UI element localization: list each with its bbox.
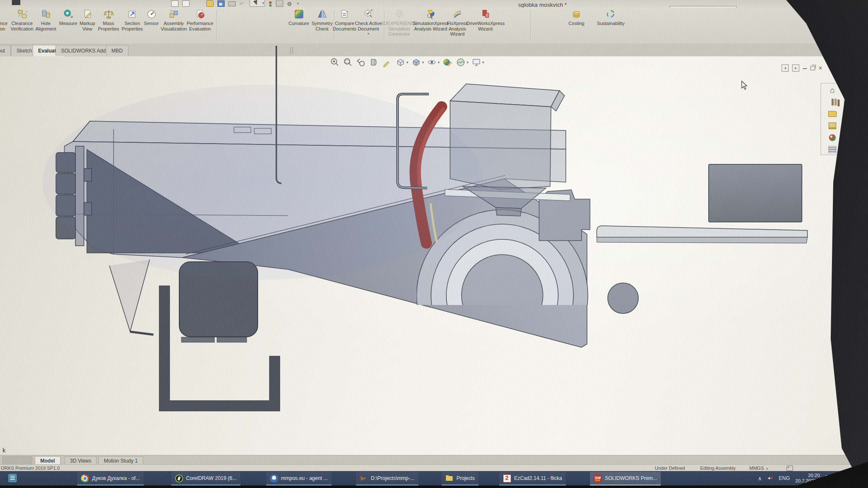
- clock-time: 20:20: [808, 473, 820, 478]
- save-icon[interactable]: [217, 0, 225, 7]
- hidden-icons-chevron[interactable]: ∧: [758, 475, 762, 482]
- keyboard-language[interactable]: ENG: [779, 475, 790, 481]
- folder-icon: [445, 474, 453, 482]
- ezcad-icon: 2: [503, 474, 511, 482]
- chrome-icon: [81, 474, 89, 482]
- zoom-to-fit-icon[interactable]: [330, 57, 340, 67]
- tool-driveworksxpress[interactable]: DriveWorksXpressWizard: [466, 8, 504, 31]
- display-style-icon[interactable]: ▾: [411, 57, 424, 67]
- dynamic-annotation-icon[interactable]: [382, 57, 392, 67]
- custom-properties-icon[interactable]: [827, 144, 838, 155]
- undo-icon[interactable]: ↶: [239, 1, 246, 7]
- assembly-visualization-icon: [168, 8, 180, 20]
- select-cursor-icon[interactable]: ▾: [250, 0, 265, 7]
- rebuild-traffic-light-icon[interactable]: [269, 1, 272, 7]
- doc-restore-icon[interactable]: [810, 66, 815, 70]
- forward-icon[interactable]: ▸: [792, 64, 799, 72]
- floxpress-icon: [452, 8, 463, 20]
- falcon-icon: [360, 474, 368, 482]
- tab-3d-views[interactable]: 3D Views: [64, 456, 97, 465]
- section-view-icon[interactable]: [369, 57, 379, 67]
- 3dexperience-icon: [394, 8, 405, 20]
- edit-appearance-icon[interactable]: [442, 57, 453, 67]
- muted-speaker-icon[interactable]: ×: [768, 476, 773, 481]
- stray-text: k: [3, 447, 6, 454]
- solidworks-icon: SW2019: [594, 474, 602, 482]
- document-title: sglobka moskvich *: [487, 2, 598, 8]
- clearance-verification-icon: [17, 8, 28, 20]
- new-document-icon[interactable]: [171, 0, 178, 7]
- app-version-text: ORKS Premium 2019 SP1.0: [1, 466, 60, 471]
- units-dropdown-icon[interactable]: ▴: [766, 466, 768, 470]
- tab-mbd[interactable]: MBD: [106, 45, 128, 56]
- sustainability-icon: [605, 8, 617, 20]
- view-settings-icon[interactable]: ▾: [471, 57, 484, 67]
- mass-properties-icon: [103, 8, 114, 20]
- costing-icon: [571, 8, 582, 20]
- pinned-app-icon[interactable]: [8, 474, 17, 482]
- back-icon[interactable]: ◂: [782, 64, 789, 72]
- status-bar: ORKS Premium 2019 SP1.0 Under Defined Ed…: [0, 464, 868, 471]
- appearances-icon[interactable]: [827, 133, 838, 143]
- print-icon[interactable]: [228, 1, 236, 6]
- tool-performance-evaluation[interactable]: PerformanceEvaluation: [181, 8, 219, 31]
- taskbar-app-ezcad[interactable]: 2 EzCad2.14.11 - flicka: [499, 472, 566, 485]
- taskbar-app-coreldraw[interactable]: CorelDRAW 2019 (6...: [171, 472, 240, 485]
- driveworksxpress-icon: [480, 8, 491, 20]
- heads-up-view-toolbar: ▾ ▾ ▾ ▾ ▾: [330, 55, 484, 69]
- tab-layout-cut[interactable]: out: [0, 45, 11, 56]
- ribbon-separator: [217, 10, 217, 41]
- performance-evaluation-icon: [195, 8, 206, 20]
- windows-taskbar: Дуков Духалка - of... CorelDRAW 2019 (6.…: [0, 471, 868, 485]
- taskbar-app-chrome[interactable]: Дуков Духалка - of...: [77, 472, 144, 485]
- ribbon-separator: [531, 10, 531, 41]
- mmpos-icon: [270, 474, 278, 482]
- tool-sustainability[interactable]: Sustainability: [592, 8, 630, 26]
- simulationxpress-icon: [425, 8, 437, 20]
- command-manager-ribbon: nceon ClearanceVerification HoleAlignmen…: [0, 8, 868, 44]
- zoom-to-area-icon[interactable]: [343, 57, 353, 67]
- graphics-viewport[interactable]: [0, 56, 868, 455]
- coreldraw-icon: [175, 474, 183, 482]
- new-assembly-icon[interactable]: [182, 0, 189, 7]
- editing-mode: Editing Assembly: [700, 466, 736, 471]
- settings-gear-icon[interactable]: ⚙: [287, 1, 293, 7]
- taskbar-app-solidworks[interactable]: SW2019 SOLIDWORKS Prem...: [590, 472, 661, 485]
- check-active-document-icon: *: [363, 8, 374, 20]
- title-bar: ↶ ▾ ⚙ ▾ sglobka moskvich *: [0, 0, 868, 8]
- tool-costing[interactable]: Costing: [557, 8, 595, 26]
- constraint-state: Under Defined: [655, 466, 685, 471]
- mouse-cursor: [741, 80, 748, 91]
- options-list-icon[interactable]: [276, 0, 283, 7]
- file-explorer-icon[interactable]: [827, 109, 838, 119]
- taskbar-app-projects-path[interactable]: D:\Projects\mmp-...: [356, 472, 418, 485]
- tab-model[interactable]: Model: [35, 456, 61, 465]
- settings-dropdown-icon[interactable]: ▾: [297, 1, 299, 7]
- doc-minimize-icon[interactable]: [803, 67, 807, 69]
- monitor-screen: ↶ ▾ ⚙ ▾ sglobka moskvich * » ▾ ? ▾ × nce…: [0, 0, 868, 488]
- doc-close-icon[interactable]: ×: [818, 66, 822, 71]
- home-icon[interactable]: ⌂: [827, 85, 838, 95]
- open-icon[interactable]: [206, 0, 214, 7]
- document-window-controls: ◂ ▸ ×: [782, 64, 822, 72]
- tab-spacer: [3, 456, 32, 465]
- compare-documents-icon: ?: [339, 8, 351, 20]
- units-selector[interactable]: MMGS: [749, 466, 764, 471]
- tab-motion-study-1[interactable]: Motion Study 1: [98, 456, 143, 465]
- svg-text:?: ?: [346, 10, 348, 14]
- view-orientation-icon[interactable]: ▾: [395, 57, 408, 67]
- quick-access-toolbar: ↶ ▾ ⚙ ▾: [171, 0, 299, 7]
- taskbar-app-projects-folder[interactable]: Projects: [442, 472, 479, 485]
- apply-scene-icon[interactable]: ▾: [456, 57, 468, 67]
- taskbar-app-mmpos[interactable]: mmpos.eu - agent ...: [266, 472, 331, 485]
- svg-text:*: *: [371, 8, 373, 14]
- app-menu-icon[interactable]: [12, 0, 20, 5]
- design-library-icon[interactable]: [827, 97, 838, 107]
- view-palette-icon[interactable]: [827, 121, 838, 131]
- model-tab-bar: Model 3D Views Motion Study 1: [0, 455, 868, 465]
- hide-show-items-icon[interactable]: ▾: [427, 57, 440, 67]
- previous-view-icon[interactable]: [356, 57, 366, 67]
- tab-row-divider: [290, 47, 293, 54]
